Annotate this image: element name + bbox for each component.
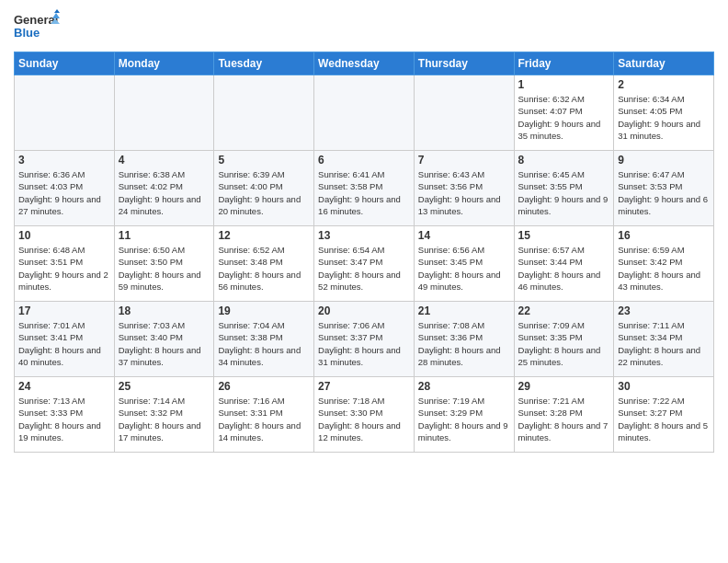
day-cell: 3Sunrise: 6:36 AM Sunset: 4:03 PM Daylig… <box>15 151 115 226</box>
day-content: Sunrise: 6:41 AM Sunset: 3:58 PM Dayligh… <box>318 168 410 217</box>
day-number: 14 <box>418 229 510 242</box>
day-content: Sunrise: 7:18 AM Sunset: 3:30 PM Dayligh… <box>318 395 410 443</box>
day-cell: 10Sunrise: 6:48 AM Sunset: 3:51 PM Dayli… <box>15 226 115 302</box>
day-cell: 23Sunrise: 7:11 AM Sunset: 3:34 PM Dayli… <box>614 302 714 377</box>
day-content: Sunrise: 7:09 AM Sunset: 3:35 PM Dayligh… <box>518 319 610 368</box>
day-number: 18 <box>119 304 210 317</box>
day-number: 1 <box>518 78 610 91</box>
day-cell: 12Sunrise: 6:52 AM Sunset: 3:48 PM Dayli… <box>214 226 314 302</box>
day-content: Sunrise: 7:01 AM Sunset: 3:41 PM Dayligh… <box>18 319 110 368</box>
day-content: Sunrise: 6:56 AM Sunset: 3:45 PM Dayligh… <box>418 244 510 293</box>
day-cell: 2Sunrise: 6:34 AM Sunset: 4:05 PM Daylig… <box>614 75 714 151</box>
day-number: 29 <box>518 380 610 393</box>
day-cell: 18Sunrise: 7:03 AM Sunset: 3:40 PM Dayli… <box>114 302 214 377</box>
day-content: Sunrise: 6:52 AM Sunset: 3:48 PM Dayligh… <box>218 244 310 293</box>
day-number: 6 <box>318 154 410 167</box>
week-row-3: 10Sunrise: 6:48 AM Sunset: 3:51 PM Dayli… <box>15 226 714 302</box>
day-cell <box>314 75 415 151</box>
day-content: Sunrise: 7:19 AM Sunset: 3:29 PM Dayligh… <box>418 395 510 443</box>
day-number: 8 <box>518 154 610 167</box>
day-cell: 5Sunrise: 6:39 AM Sunset: 4:00 PM Daylig… <box>214 151 314 226</box>
day-number: 13 <box>318 229 410 242</box>
day-cell: 22Sunrise: 7:09 AM Sunset: 3:35 PM Dayli… <box>514 302 614 377</box>
day-content: Sunrise: 6:50 AM Sunset: 3:50 PM Dayligh… <box>119 244 210 293</box>
day-content: Sunrise: 6:45 AM Sunset: 3:55 PM Dayligh… <box>518 168 610 217</box>
page-header: General Blue <box>14 9 714 46</box>
day-number: 15 <box>518 229 610 242</box>
day-cell: 24Sunrise: 7:13 AM Sunset: 3:33 PM Dayli… <box>15 377 115 453</box>
day-cell: 20Sunrise: 7:06 AM Sunset: 3:37 PM Dayli… <box>314 302 415 377</box>
day-cell: 25Sunrise: 7:14 AM Sunset: 3:32 PM Dayli… <box>114 377 214 453</box>
day-number: 7 <box>418 154 510 167</box>
week-row-2: 3Sunrise: 6:36 AM Sunset: 4:03 PM Daylig… <box>15 151 714 226</box>
day-content: Sunrise: 6:34 AM Sunset: 4:05 PM Dayligh… <box>618 93 710 142</box>
day-content: Sunrise: 6:47 AM Sunset: 3:53 PM Dayligh… <box>618 168 710 217</box>
weekday-header-saturday: Saturday <box>614 52 714 75</box>
weekday-header-wednesday: Wednesday <box>314 52 415 75</box>
day-content: Sunrise: 6:39 AM Sunset: 4:00 PM Dayligh… <box>218 168 310 217</box>
day-cell: 8Sunrise: 6:45 AM Sunset: 3:55 PM Daylig… <box>514 151 614 226</box>
day-cell <box>414 75 514 151</box>
day-content: Sunrise: 6:32 AM Sunset: 4:07 PM Dayligh… <box>518 93 610 142</box>
day-number: 30 <box>618 380 710 393</box>
svg-marker-2 <box>54 9 60 13</box>
day-cell: 13Sunrise: 6:54 AM Sunset: 3:47 PM Dayli… <box>314 226 415 302</box>
day-content: Sunrise: 7:11 AM Sunset: 3:34 PM Dayligh… <box>618 319 710 368</box>
day-content: Sunrise: 7:04 AM Sunset: 3:38 PM Dayligh… <box>218 319 310 368</box>
day-cell: 26Sunrise: 7:16 AM Sunset: 3:31 PM Dayli… <box>214 377 314 453</box>
day-number: 5 <box>218 154 310 167</box>
weekday-header-thursday: Thursday <box>414 52 514 75</box>
day-content: Sunrise: 6:57 AM Sunset: 3:44 PM Dayligh… <box>518 244 610 293</box>
svg-text:General: General <box>14 13 58 27</box>
day-cell: 6Sunrise: 6:41 AM Sunset: 3:58 PM Daylig… <box>314 151 415 226</box>
day-cell: 7Sunrise: 6:43 AM Sunset: 3:56 PM Daylig… <box>414 151 514 226</box>
calendar-table: SundayMondayTuesdayWednesdayThursdayFrid… <box>14 52 714 453</box>
day-content: Sunrise: 6:43 AM Sunset: 3:56 PM Dayligh… <box>418 168 510 217</box>
day-cell: 14Sunrise: 6:56 AM Sunset: 3:45 PM Dayli… <box>414 226 514 302</box>
day-cell: 27Sunrise: 7:18 AM Sunset: 3:30 PM Dayli… <box>314 377 415 453</box>
day-content: Sunrise: 7:14 AM Sunset: 3:32 PM Dayligh… <box>119 395 210 443</box>
day-cell: 1Sunrise: 6:32 AM Sunset: 4:07 PM Daylig… <box>514 75 614 151</box>
day-cell <box>214 75 314 151</box>
day-cell: 29Sunrise: 7:21 AM Sunset: 3:28 PM Dayli… <box>514 377 614 453</box>
day-cell: 15Sunrise: 6:57 AM Sunset: 3:44 PM Dayli… <box>514 226 614 302</box>
day-number: 28 <box>418 380 510 393</box>
svg-text:Blue: Blue <box>14 26 40 40</box>
day-content: Sunrise: 7:03 AM Sunset: 3:40 PM Dayligh… <box>119 319 210 368</box>
day-content: Sunrise: 7:13 AM Sunset: 3:33 PM Dayligh… <box>18 395 110 443</box>
day-number: 3 <box>18 154 110 167</box>
weekday-header-friday: Friday <box>514 52 614 75</box>
day-cell: 11Sunrise: 6:50 AM Sunset: 3:50 PM Dayli… <box>114 226 214 302</box>
day-number: 17 <box>18 304 110 317</box>
day-number: 21 <box>418 304 510 317</box>
week-row-4: 17Sunrise: 7:01 AM Sunset: 3:41 PM Dayli… <box>15 302 714 377</box>
day-content: Sunrise: 6:59 AM Sunset: 3:42 PM Dayligh… <box>618 244 710 293</box>
day-number: 22 <box>518 304 610 317</box>
day-number: 12 <box>218 229 310 242</box>
day-cell: 9Sunrise: 6:47 AM Sunset: 3:53 PM Daylig… <box>614 151 714 226</box>
day-cell: 28Sunrise: 7:19 AM Sunset: 3:29 PM Dayli… <box>414 377 514 453</box>
day-number: 20 <box>318 304 410 317</box>
weekday-header-sunday: Sunday <box>15 52 115 75</box>
day-number: 27 <box>318 380 410 393</box>
day-number: 10 <box>18 229 110 242</box>
logo-svg: General Blue <box>14 9 60 46</box>
day-cell <box>15 75 115 151</box>
page-container: General Blue SundayMondayTuesdayWednesda… <box>0 0 728 462</box>
day-content: Sunrise: 6:54 AM Sunset: 3:47 PM Dayligh… <box>318 244 410 293</box>
day-number: 11 <box>119 229 210 242</box>
day-content: Sunrise: 7:22 AM Sunset: 3:27 PM Dayligh… <box>618 395 710 443</box>
day-cell: 17Sunrise: 7:01 AM Sunset: 3:41 PM Dayli… <box>15 302 115 377</box>
weekday-header-monday: Monday <box>114 52 214 75</box>
weekday-header-row: SundayMondayTuesdayWednesdayThursdayFrid… <box>15 52 714 75</box>
day-cell: 16Sunrise: 6:59 AM Sunset: 3:42 PM Dayli… <box>614 226 714 302</box>
day-cell: 30Sunrise: 7:22 AM Sunset: 3:27 PM Dayli… <box>614 377 714 453</box>
logo: General Blue <box>14 9 60 46</box>
day-content: Sunrise: 7:06 AM Sunset: 3:37 PM Dayligh… <box>318 319 410 368</box>
day-content: Sunrise: 7:08 AM Sunset: 3:36 PM Dayligh… <box>418 319 510 368</box>
day-cell: 19Sunrise: 7:04 AM Sunset: 3:38 PM Dayli… <box>214 302 314 377</box>
day-cell: 4Sunrise: 6:38 AM Sunset: 4:02 PM Daylig… <box>114 151 214 226</box>
day-cell <box>114 75 214 151</box>
week-row-1: 1Sunrise: 6:32 AM Sunset: 4:07 PM Daylig… <box>15 75 714 151</box>
day-content: Sunrise: 7:16 AM Sunset: 3:31 PM Dayligh… <box>218 395 310 443</box>
